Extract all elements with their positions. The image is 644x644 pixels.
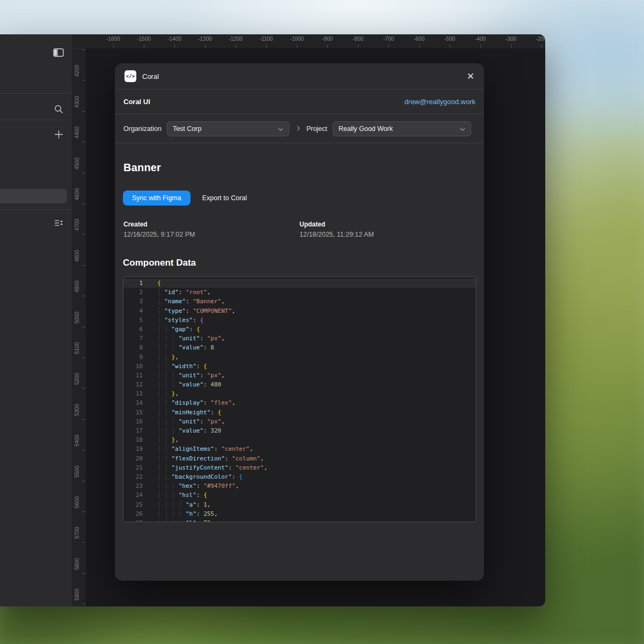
add-icon[interactable]	[52, 127, 65, 141]
line-number: 18	[123, 435, 143, 444]
ruler-tick	[82, 142, 85, 142]
account-email-link[interactable]: drew@reallygood.work	[405, 98, 475, 106]
ruler-tick	[82, 49, 85, 50]
ruler-label: -1400	[159, 36, 189, 42]
meta-row: Created 12/16/2025, 9:17:02 PM Updated 1…	[123, 221, 475, 238]
chevron-down-icon	[460, 125, 465, 133]
code-line: 8│ │ │ "value": 8	[123, 343, 475, 352]
ruler-tick	[450, 45, 450, 48]
ruler-label: -1100	[251, 36, 281, 42]
modal-header: </> Coral ✕	[115, 63, 484, 89]
ruler-tick	[82, 481, 85, 481]
line-number: 12	[123, 380, 143, 389]
ruler-tick	[82, 327, 85, 327]
ruler-tick	[82, 388, 85, 389]
code-line: 15│ │ "minHeight": {	[123, 408, 475, 417]
code-line: 12│ │ │ "value": 480	[123, 380, 475, 389]
sync-with-figma-button[interactable]: Sync with Figma	[123, 191, 191, 206]
org-project-row: Organization Test Corp Project Really Go…	[115, 114, 484, 143]
updated-label: Updated	[299, 221, 475, 228]
app-name: Coral UI	[123, 98, 150, 106]
updated-column: Updated 12/18/2025, 11:29:12 AM	[299, 221, 475, 238]
code-badge-icon: </>	[125, 70, 136, 82]
code-line: 3│ "name": "Banner",	[123, 297, 475, 306]
line-number: 10	[123, 362, 143, 371]
ruler-label: -700	[374, 36, 404, 42]
code-line: 23│ │ │ "hex": "#9470ff",	[123, 481, 475, 491]
ruler-label: -1500	[129, 36, 159, 42]
line-number: 16	[123, 417, 143, 426]
ruler-tick	[327, 45, 328, 48]
ruler-tick	[236, 45, 236, 48]
line-number: 22	[123, 472, 143, 481]
organization-select[interactable]: Test Corp	[167, 121, 289, 136]
ruler-label: -900	[312, 36, 342, 42]
line-number: 26	[123, 509, 143, 518]
ruler-tick	[82, 419, 85, 420]
ruler-label: -1600	[98, 36, 128, 42]
export-to-coral-button[interactable]: Export to Coral	[202, 194, 247, 202]
ruler-tick	[82, 450, 85, 450]
code-line: 25│ │ │ │ "a": 1,	[123, 500, 475, 509]
line-number: 14	[123, 398, 143, 407]
component-title: Banner	[123, 162, 161, 174]
project-label: Project	[306, 125, 327, 133]
code-line: 22│ │ "backgroundColor": {	[123, 472, 475, 481]
ruler-tick	[82, 542, 85, 543]
ruler-tick	[389, 45, 389, 48]
ruler-tick	[82, 173, 85, 173]
collapse-layers-icon[interactable]	[52, 216, 65, 230]
sidebar-divider	[0, 209, 72, 210]
code-line: 7│ │ │ "unit": "px",	[123, 334, 475, 343]
component-data-code-editor[interactable]: 1{2│ "id": "root",3│ "name": "Banner",4│…	[123, 276, 476, 522]
ruler-tick	[144, 45, 144, 48]
line-number: 2	[123, 288, 143, 297]
line-number: 1	[123, 279, 143, 288]
organization-label: Organization	[123, 125, 162, 133]
ruler-tick	[113, 45, 114, 48]
ruler-tick	[266, 45, 267, 48]
figma-window: -1600-1500-1400-1300-1200-1100-1000-900-…	[0, 34, 545, 606]
vertical-ruler: 4100420043004400450046004700480049005000…	[72, 48, 86, 606]
line-number: 24	[123, 491, 143, 500]
sidebar-selected-row[interactable]	[0, 189, 67, 203]
code-line: 21│ │ "justifyContent": "center",	[123, 463, 475, 472]
code-line: 20│ │ "flexDirection": "column",	[123, 454, 475, 463]
ruler-label: -600	[404, 36, 434, 42]
ruler-label: -1200	[221, 36, 251, 42]
line-number: 13	[123, 389, 143, 398]
close-icon[interactable]: ✕	[467, 72, 474, 81]
line-number: 4	[123, 306, 143, 316]
ruler-label: -800	[343, 36, 373, 42]
line-number: 6	[123, 325, 143, 334]
line-number: 11	[123, 371, 143, 380]
component-data-heading: Component Data	[123, 258, 196, 268]
chevron-down-icon	[278, 125, 283, 133]
code-line: 16│ │ │ "unit": "px",	[123, 417, 475, 426]
ruler-tick	[82, 234, 85, 235]
panel-toggle-icon[interactable]	[52, 46, 65, 60]
line-number: 23	[123, 481, 143, 491]
ruler-tick	[82, 296, 85, 296]
line-number: 17	[123, 426, 143, 435]
project-value: Really Good Work	[339, 125, 393, 133]
line-number: 19	[123, 444, 143, 453]
ruler-tick	[541, 45, 542, 48]
ruler-label: -1000	[282, 36, 312, 42]
ruler-tick	[480, 45, 481, 48]
code-line: 19│ │ "alignItems": "center",	[123, 444, 475, 453]
horizontal-ruler: -1600-1500-1400-1300-1200-1100-1000-900-…	[72, 34, 545, 48]
code-line: 5│ "styles": {	[123, 316, 475, 325]
code-line: 6│ │ "gap": {	[123, 325, 475, 334]
coral-plugin-modal: </> Coral ✕ Coral UI drew@reallygood.wor…	[115, 63, 484, 581]
project-select[interactable]: Really Good Work	[333, 121, 471, 136]
line-number: 8	[123, 343, 143, 352]
ruler-tick	[82, 511, 85, 512]
organization-value: Test Corp	[173, 125, 202, 133]
modal-title: Coral	[142, 72, 159, 80]
search-icon[interactable]	[52, 102, 65, 116]
line-number: 5	[123, 316, 143, 325]
ruler-label: -200	[526, 36, 545, 42]
ruler-label: 5900	[74, 573, 80, 606]
code-line: 10│ │ "width": {	[123, 362, 475, 371]
